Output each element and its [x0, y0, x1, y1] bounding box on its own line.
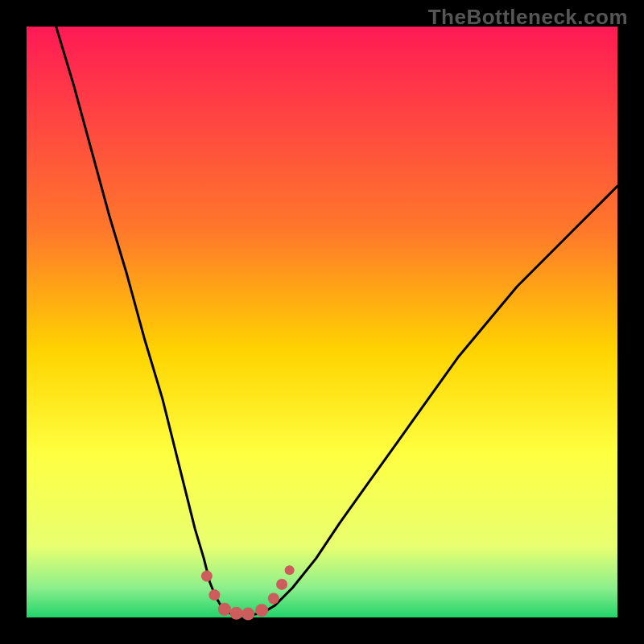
chart-root: TheBottleneck.com	[0, 0, 644, 644]
marker-point	[218, 603, 231, 616]
plot-area	[27, 27, 617, 617]
watermark-text: TheBottleneck.com	[428, 5, 628, 30]
marker-point	[230, 607, 243, 620]
marker-point	[242, 608, 254, 621]
marker-point	[268, 593, 279, 605]
marker-point	[276, 579, 287, 590]
bottleneck-curve-plot	[0, 0, 644, 644]
marker-point	[285, 565, 295, 575]
marker-point	[255, 604, 268, 617]
marker-point	[201, 571, 213, 582]
marker-point	[208, 589, 220, 601]
